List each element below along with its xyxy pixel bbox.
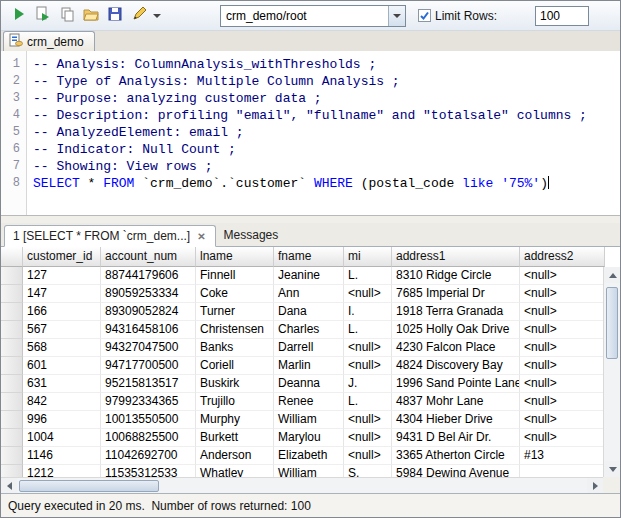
row-header[interactable] bbox=[1, 267, 23, 285]
scroll-up-button[interactable] bbox=[604, 267, 620, 283]
table-cell: 97992334365 bbox=[101, 393, 196, 411]
table-cell: Murphy bbox=[196, 411, 274, 429]
arrow-up-icon bbox=[609, 273, 617, 278]
line-number: 8 bbox=[1, 175, 26, 192]
splitter-sash[interactable] bbox=[1, 216, 620, 223]
column-header-address2[interactable]: address2 bbox=[520, 247, 605, 267]
tab-result-1[interactable]: 1 [SELECT * FROM `crm_dem...] ✕ bbox=[4, 225, 216, 247]
code-line: -- Analysis: ColumnAnalysis_withThreshol… bbox=[33, 56, 620, 73]
horizontal-scrollbar-thumb[interactable] bbox=[19, 480, 159, 492]
table-cell: Christensen bbox=[196, 321, 274, 339]
column-header-lname[interactable]: lname bbox=[196, 247, 274, 267]
table-row[interactable]: 14789059253334CokeAnn<null>7685 Imperial… bbox=[1, 285, 603, 303]
table-cell: Ann bbox=[274, 285, 344, 303]
table-cell: 11042692700 bbox=[101, 447, 196, 465]
combo-dropdown-button[interactable] bbox=[388, 6, 405, 26]
toolbar-dropdown-button[interactable] bbox=[151, 4, 162, 28]
table-cell: <null> bbox=[344, 339, 392, 357]
table-cell: <null> bbox=[520, 375, 603, 393]
row-header[interactable] bbox=[1, 285, 23, 303]
copy-button[interactable] bbox=[55, 4, 79, 28]
scroll-down-button[interactable] bbox=[604, 461, 620, 477]
table-row[interactable]: 84297992334365TrujilloReneeL.4837 Mohr L… bbox=[1, 393, 603, 411]
scroll-left-button[interactable] bbox=[1, 478, 17, 494]
line-number: 1 bbox=[1, 56, 26, 73]
row-header[interactable] bbox=[1, 339, 23, 357]
code-line: -- Purpose: analyzing customer data ; bbox=[33, 90, 620, 107]
table-cell: Buskirk bbox=[196, 375, 274, 393]
table-cell: J. bbox=[344, 375, 392, 393]
run-query-button[interactable] bbox=[7, 4, 31, 28]
row-header[interactable] bbox=[1, 303, 23, 321]
table-cell: Anderson bbox=[196, 447, 274, 465]
table-row[interactable]: 56794316458106ChristensenCharlesL.1025 H… bbox=[1, 321, 603, 339]
code-line: -- Showing: View rows ; bbox=[33, 158, 620, 175]
table-cell: Coke bbox=[196, 285, 274, 303]
table-cell: Jeanine bbox=[274, 267, 344, 285]
save-button[interactable] bbox=[103, 4, 127, 28]
table-row[interactable]: 114611042692700AndersonElizabeth<null>33… bbox=[1, 447, 603, 465]
edit-button[interactable] bbox=[127, 4, 151, 28]
connection-select[interactable]: crm_demo/root bbox=[220, 5, 406, 27]
column-header-address1[interactable]: address1 bbox=[392, 247, 520, 267]
scroll-right-button[interactable] bbox=[587, 478, 603, 494]
table-cell: L. bbox=[344, 321, 392, 339]
table-cell: William bbox=[274, 411, 344, 429]
table-row[interactable]: 100410068825500BurkettMarylou<null>9431 … bbox=[1, 429, 603, 447]
column-header-account_num[interactable]: account_num bbox=[101, 247, 196, 267]
open-file-button[interactable] bbox=[79, 4, 103, 28]
table-cell: 567 bbox=[23, 321, 101, 339]
table-cell: 1996 Sand Pointe Lane bbox=[392, 375, 520, 393]
horizontal-scrollbar[interactable] bbox=[1, 477, 603, 493]
row-header[interactable] bbox=[1, 429, 23, 447]
close-icon[interactable]: ✕ bbox=[196, 231, 206, 242]
table-cell: 601 bbox=[23, 357, 101, 375]
table-cell: 94717700500 bbox=[101, 357, 196, 375]
connection-select-value: crm_demo/root bbox=[221, 9, 388, 23]
vertical-scrollbar-thumb[interactable] bbox=[606, 287, 618, 359]
run-script-button[interactable] bbox=[31, 4, 55, 28]
sql-editor[interactable]: 12345678 -- Analysis: ColumnAnalysis_wit… bbox=[1, 51, 620, 216]
table-body: 12788744179606FinnellJeanineL.8310 Ridge… bbox=[1, 267, 603, 477]
table-cell: S. bbox=[344, 465, 392, 477]
limit-rows-checkbox[interactable] bbox=[418, 9, 431, 22]
table-cell: 842 bbox=[23, 393, 101, 411]
row-header[interactable] bbox=[1, 375, 23, 393]
row-header-corner bbox=[1, 247, 23, 267]
row-header[interactable] bbox=[1, 447, 23, 465]
table-row[interactable]: 56894327047500BanksDarrell<null>4230 Fal… bbox=[1, 339, 603, 357]
tab-messages[interactable]: Messages bbox=[216, 224, 287, 246]
table-row[interactable]: 16689309052824TurnerDanaI.1918 Terra Gra… bbox=[1, 303, 603, 321]
row-header[interactable] bbox=[1, 393, 23, 411]
table-cell: <null> bbox=[520, 393, 603, 411]
editor-code[interactable]: -- Analysis: ColumnAnalysis_withThreshol… bbox=[27, 51, 620, 215]
limit-rows-group: Limit Rows: bbox=[418, 9, 497, 23]
column-header-fname[interactable]: fname bbox=[274, 247, 344, 267]
table-cell: 10068825500 bbox=[101, 429, 196, 447]
table-cell bbox=[520, 465, 603, 477]
table-row[interactable]: 12788744179606FinnellJeanineL.8310 Ridge… bbox=[1, 267, 603, 285]
column-header-mi[interactable]: mi bbox=[344, 247, 392, 267]
row-header[interactable] bbox=[1, 321, 23, 339]
table-cell: Trujillo bbox=[196, 393, 274, 411]
code-line: SELECT * FROM `crm_demo`.`customer` WHER… bbox=[33, 175, 620, 192]
table-cell: <null> bbox=[520, 339, 603, 357]
table-cell: 127 bbox=[23, 267, 101, 285]
chevron-down-icon bbox=[393, 14, 401, 18]
row-header[interactable] bbox=[1, 465, 23, 477]
table-cell: 1025 Holly Oak Drive bbox=[392, 321, 520, 339]
tab-crm-demo[interactable]: crm_demo bbox=[3, 31, 95, 51]
table-cell: 89059253334 bbox=[101, 285, 196, 303]
limit-rows-label: Limit Rows: bbox=[435, 9, 497, 23]
table-row[interactable]: 63195215813517BuskirkDeannaJ.1996 Sand P… bbox=[1, 375, 603, 393]
limit-rows-input[interactable] bbox=[535, 6, 589, 26]
row-header[interactable] bbox=[1, 357, 23, 375]
table-row[interactable]: 60194717700500CoriellMarlin<null>4824 Di… bbox=[1, 357, 603, 375]
column-header-customer_id[interactable]: customer_id bbox=[23, 247, 101, 267]
table-row[interactable]: 121211535312533WhatleyWilliamS.5984 Dewi… bbox=[1, 465, 603, 477]
vertical-scrollbar[interactable] bbox=[603, 267, 620, 477]
row-header[interactable] bbox=[1, 411, 23, 429]
table-cell: Coriell bbox=[196, 357, 274, 375]
table-row[interactable]: 99610013550500MurphyWilliam<null>4304 Hi… bbox=[1, 411, 603, 429]
table-cell: <null> bbox=[344, 411, 392, 429]
